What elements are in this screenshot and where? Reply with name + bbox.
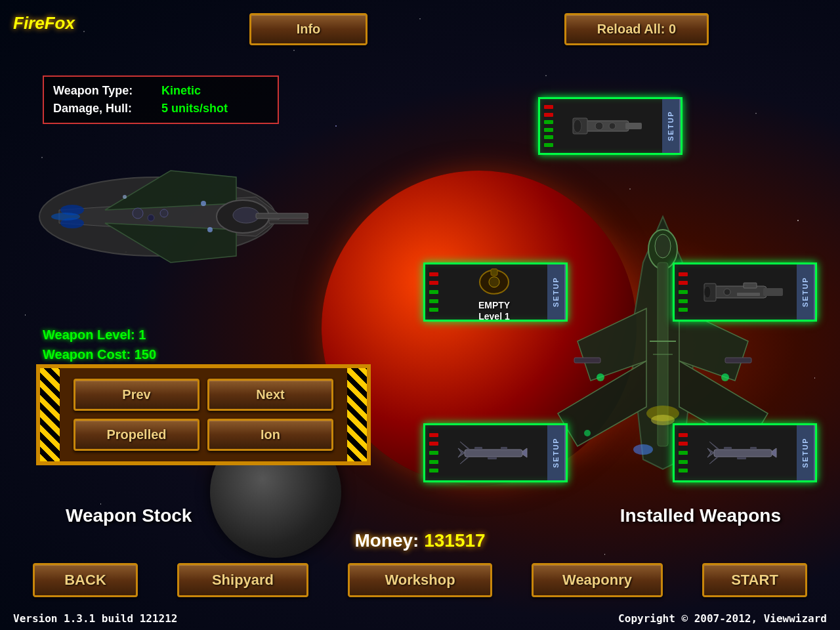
- svg-point-32: [574, 119, 581, 133]
- weapon-damage-label: Damage, Hull:: [53, 100, 158, 117]
- svg-rect-50: [724, 447, 732, 450]
- svg-rect-30: [625, 123, 642, 129]
- svg-point-10: [160, 209, 168, 217]
- svg-rect-29: [583, 121, 629, 131]
- weapon-slot-middle-left[interactable]: EMPTYLevel 1 SETUP: [423, 262, 568, 322]
- start-button[interactable]: START: [702, 563, 807, 597]
- svg-rect-44: [744, 283, 757, 288]
- setup-tab-ml[interactable]: SETUP: [547, 264, 566, 320]
- svg-rect-45: [465, 450, 522, 457]
- svg-point-9: [148, 215, 154, 221]
- svg-point-18: [651, 415, 675, 425]
- slot-indicator-br: [677, 425, 689, 480]
- shipyard-button[interactable]: Shipyard: [177, 563, 308, 597]
- svg-rect-48: [501, 447, 507, 450]
- svg-rect-52: [750, 447, 757, 450]
- weapon-damage-line: Damage, Hull: 5 units/shot: [53, 100, 268, 117]
- info-button-area: Info: [249, 13, 368, 45]
- version-text: Version 1.3.1 build 121212: [13, 612, 177, 625]
- missile-icon-bl: [455, 435, 534, 471]
- slot-indicator-ml: [428, 264, 440, 320]
- weapon-level-line: Weapon Level: 1: [43, 325, 156, 345]
- weapon-slot-bottom-left[interactable]: SETUP: [423, 423, 568, 482]
- back-button[interactable]: BACK: [33, 563, 138, 597]
- bottom-nav: BACK Shipyard Workshop Weaponry START: [0, 563, 840, 597]
- propelled-button[interactable]: Propelled: [74, 419, 200, 451]
- svg-point-12: [207, 227, 213, 232]
- workshop-button[interactable]: Workshop: [348, 563, 492, 597]
- cannon-icon: [570, 106, 648, 146]
- weapon-type-value: Kinetic: [161, 84, 201, 97]
- svg-rect-4: [269, 220, 308, 224]
- svg-rect-21: [574, 358, 600, 363]
- svg-point-37: [489, 277, 499, 287]
- slot-content-ml: EMPTYLevel 1: [444, 264, 545, 320]
- svg-point-41: [704, 286, 711, 298]
- weapon-slot-bottom-right[interactable]: SETUP: [673, 423, 817, 482]
- weapon-level-value: 1: [138, 327, 146, 342]
- installed-weapons-title: Installed Weapons: [620, 505, 781, 526]
- money-label: Money:: [354, 530, 419, 551]
- weapon-level-label: Weapon Level:: [43, 327, 135, 342]
- ship-name-area: FireFox: [13, 13, 75, 39]
- svg-rect-47: [488, 457, 497, 459]
- svg-point-27: [584, 430, 591, 436]
- weapon-slot-middle-right[interactable]: SETUP: [673, 262, 817, 322]
- version-bar: Version 1.3.1 build 121212 Copyright © 2…: [0, 612, 840, 625]
- setup-tab-mr[interactable]: SETUP: [797, 264, 815, 320]
- svg-point-13: [123, 195, 127, 199]
- ship-name: FireFox: [13, 13, 75, 33]
- setup-tab-bl[interactable]: SETUP: [547, 425, 566, 480]
- svg-rect-22: [725, 358, 751, 363]
- weapon-stock-title: Weapon Stock: [66, 505, 192, 526]
- svg-point-33: [595, 122, 603, 130]
- slot-indicator: [543, 99, 555, 153]
- svg-rect-39: [763, 288, 783, 296]
- weapon-cost-value: 150: [135, 347, 156, 362]
- weapon-slot-top[interactable]: SETUP: [538, 97, 682, 155]
- weapon-type-line: Weapon Type: Kinetic: [53, 82, 268, 100]
- slot-indicator-mr: [677, 264, 689, 320]
- weapon-stock-panel: Prev Next Propelled Ion: [36, 364, 371, 465]
- svg-rect-3: [256, 213, 308, 219]
- slot-content: [558, 99, 660, 153]
- slot-content-br: [693, 425, 794, 480]
- svg-rect-51: [737, 457, 746, 459]
- next-button[interactable]: Next: [207, 379, 333, 411]
- stock-buttons-grid: Prev Next Propelled Ion: [74, 379, 333, 451]
- svg-point-34: [609, 123, 616, 129]
- weaponry-button[interactable]: Weaponry: [532, 563, 663, 597]
- reload-button-area: Reload All: 0: [564, 13, 709, 45]
- svg-point-11: [201, 201, 206, 206]
- svg-point-25: [597, 373, 604, 381]
- missile-icon-br: [704, 435, 783, 471]
- setup-tab-top[interactable]: SETUP: [662, 99, 681, 153]
- svg-rect-49: [714, 450, 772, 457]
- money-display: Money: 131517: [354, 530, 485, 551]
- slot-content-mr: [693, 264, 794, 320]
- copyright-text: Copyright © 2007-2012, Viewwizard: [618, 612, 827, 625]
- setup-tab-br[interactable]: SETUP: [797, 425, 815, 480]
- svg-point-8: [133, 208, 143, 219]
- reload-all-button[interactable]: Reload All: 0: [564, 13, 709, 45]
- weapon-cost-line: Weapon Cost: 150: [43, 345, 156, 364]
- svg-point-42: [724, 289, 730, 295]
- weapon-cost-label: Weapon Cost:: [43, 347, 131, 362]
- svg-point-19: [633, 444, 653, 455]
- money-value: 131517: [424, 530, 485, 551]
- weapon-damage-value: 5 units/shot: [161, 102, 228, 115]
- svg-point-7: [51, 213, 80, 220]
- svg-rect-36: [491, 269, 497, 276]
- cannon-icon-mr: [701, 274, 786, 310]
- svg-point-15: [655, 234, 671, 258]
- info-button[interactable]: Info: [249, 13, 368, 45]
- slot-indicator-bl: [428, 425, 440, 480]
- svg-rect-46: [474, 447, 482, 450]
- prev-button[interactable]: Prev: [74, 379, 200, 411]
- empty-slot-icon: [474, 262, 514, 299]
- ion-button[interactable]: Ion: [207, 419, 333, 451]
- empty-slot-label: EMPTYLevel 1: [474, 300, 514, 322]
- weapon-stats-panel: Weapon Level: 1 Weapon Cost: 150: [43, 325, 156, 364]
- weapon-type-label: Weapon Type:: [53, 82, 158, 100]
- weapon-info-panel: Weapon Type: Kinetic Damage, Hull: 5 uni…: [43, 75, 279, 124]
